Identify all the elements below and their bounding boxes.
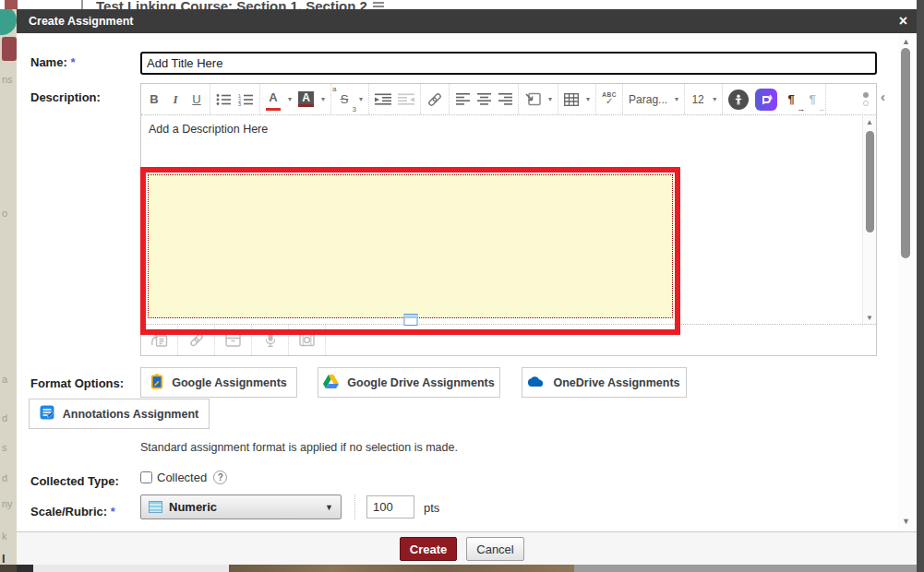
course-title-text: Test Linking Course: Section 1, Section … [96,0,367,9]
paragraph-ltr-button[interactable]: ¶→ [784,89,798,111]
background-text-fragment: d [2,472,7,483]
scroll-down-icon[interactable]: ▼ [863,314,876,322]
google-assignments-button[interactable]: Google Assignments [140,367,297,398]
onedrive-icon [528,375,545,389]
insert-content-icon[interactable] [524,89,541,111]
dialog-scrollbar[interactable]: ▲ ▼ [898,33,914,530]
cancel-button[interactable]: Cancel [466,537,524,561]
paragraph-format-dropdown[interactable]: Parag... [629,89,667,111]
create-assignment-dialog: Create Assignment × Name: * Description:… [17,9,917,565]
background-page-right [917,0,924,572]
collected-checkbox[interactable] [140,471,152,483]
align-left-icon[interactable] [455,89,470,111]
underline-button[interactable]: U [189,89,204,111]
plugin-purple-icon[interactable] [755,89,777,111]
toolbar-group-paragraph: Parag... ▾ [623,84,685,114]
name-label-text: Name: [30,55,67,69]
collapse-chevron-icon[interactable]: ‹ [881,89,885,104]
points-input[interactable] [366,495,414,518]
font-color-caret-icon[interactable]: ▾ [288,95,292,103]
editor-scrollbar-thumb[interactable] [866,131,874,232]
ltr-arrow: → [797,104,805,113]
background-logo-circle [0,9,17,35]
button-label: Google Assignments [172,376,287,389]
paragraph-caret-icon[interactable]: ▾ [675,95,678,103]
table-icon[interactable] [564,89,579,111]
insert-link-icon[interactable] [426,89,443,111]
toolbar-group-spellcheck: ABC✓ [596,84,623,114]
toolbar-group-basic: B I U [141,84,210,114]
dialog-footer: Create Cancel [17,531,917,565]
description-text: Add a Description Here [149,123,268,136]
dropdown-caret-icon: ▼ [325,503,333,512]
collected-checkbox-label: Collected [157,471,207,484]
scroll-down-icon[interactable]: ▼ [898,517,914,526]
dialog-scrollbar-thumb[interactable] [901,48,910,258]
help-icon[interactable]: ? [213,471,227,484]
toolbar-group-table: ▾ [558,84,596,114]
numbered-list-icon[interactable]: 123 [238,89,254,111]
button-label: Google Drive Assignments [347,376,494,389]
google-assignments-icon [150,374,163,392]
vertical-separator [354,495,355,519]
toolbar-group-script: aS3 ▾ [331,84,369,114]
align-right-icon[interactable] [498,89,512,111]
script-caret-icon[interactable]: ▾ [359,95,363,103]
paragraph-rtl-button[interactable]: ¶← [805,89,820,111]
font-size-caret-icon[interactable]: ▾ [713,95,716,103]
toolbar-overflow-dots[interactable] [856,84,876,114]
insert-caret-icon[interactable]: ▾ [548,95,552,103]
background-color-caret-icon[interactable]: ▾ [321,95,325,103]
indent-icon[interactable] [375,89,391,111]
scale-label-text: Scale/Rubric: [30,505,107,518]
subscript-mark: 3 [353,105,356,113]
editor-scrollbar[interactable]: ▲ ▼ [862,115,876,326]
spellcheck-check: ✓ [606,97,613,106]
format-options-label: Format Options: [30,376,124,390]
bullet-list-icon[interactable] [216,89,232,111]
background-color-button[interactable]: A [298,91,314,107]
page: Test Linking Course: Section 1, Section … [0,0,924,572]
close-icon[interactable]: × [899,14,907,29]
align-center-icon[interactable] [476,89,491,111]
background-page-left: ns o a d s d ny k l [0,9,17,565]
description-label: Description: [30,90,101,104]
google-drive-assignments-button[interactable]: Google Drive Assignments [318,367,500,398]
italic-button[interactable]: I [168,89,183,111]
bold-button[interactable]: B [147,89,162,111]
name-input[interactable] [140,52,877,75]
background-text-fragment: ny [2,498,13,509]
background-text-fragment: d [2,412,7,423]
toolbar-group-align [450,84,519,114]
list-grid-icon [373,0,384,9]
onedrive-assignments-button[interactable]: OneDrive Assignments [522,367,687,398]
highlighted-drop-area[interactable] [148,174,673,318]
spellcheck-button[interactable]: ABC✓ [602,89,617,111]
strikethrough-script-button[interactable]: aS3 [337,89,352,111]
pilcrow: ¶ [810,92,816,106]
embedded-object-icon[interactable] [403,314,417,326]
table-caret-icon[interactable]: ▾ [586,95,590,103]
create-button[interactable]: Create [400,537,457,561]
background-text-fragment: o [2,208,7,219]
background-segment [0,565,17,572]
collected-type-label: Collected Type: [30,474,119,488]
course-page-title: Test Linking Course: Section 1, Section … [96,0,384,9]
scale-rubric-dropdown[interactable]: Numeric ▼ [140,495,342,519]
dialog-title: Create Assignment [29,15,133,28]
scroll-up-icon[interactable]: ▲ [898,37,914,46]
superscript-mark: a [332,85,336,93]
outdent-icon[interactable] [398,89,414,111]
toolbar-group-color: A ▾ A ▾ [260,84,331,114]
background-text-fragment: s [2,442,7,453]
name-label: Name: * [30,55,75,69]
button-label: OneDrive Assignments [553,376,679,389]
accessibility-checker-icon[interactable] [728,89,749,110]
font-color-button[interactable]: A [266,89,281,111]
background-maroon-block [5,0,18,9]
editor-toolbar: B I U 123 A ▾ A ▾ aS3 ▾ [141,84,876,115]
annotations-assignment-button[interactable]: Annotations Assignment [29,399,210,429]
font-size-dropdown[interactable]: 12 [690,89,705,111]
scroll-up-icon[interactable]: ▲ [863,118,876,126]
toolbar-group-fontsize: 12 ▾ [685,84,723,114]
